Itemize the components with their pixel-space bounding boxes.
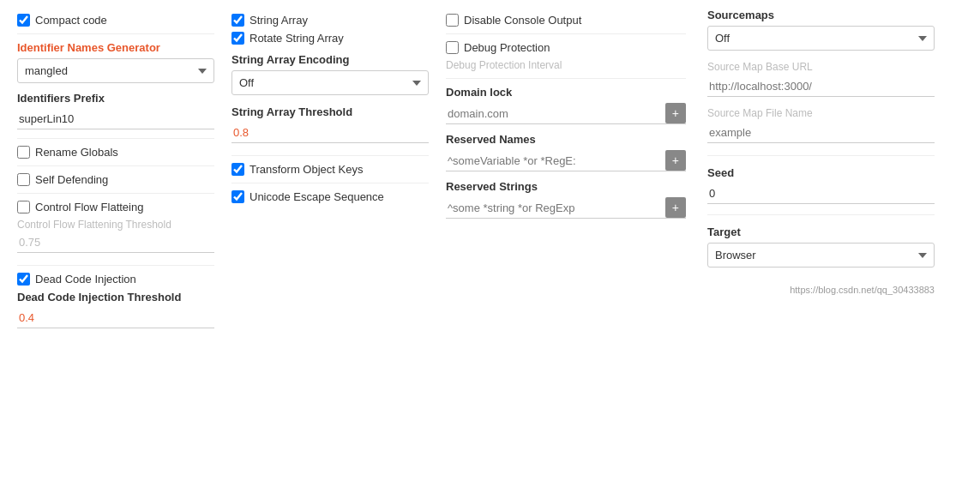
disable-console-row: Disable Console Output (446, 14, 686, 27)
control-flow-row: Control Flow Flatteing (17, 201, 214, 213)
self-defending-row: Self Defending (17, 173, 214, 186)
dead-code-checkbox[interactable] (17, 273, 30, 286)
debug-protection-interval-label: Debug Protection Interval (446, 59, 686, 71)
column-4: Sourcemaps Off Inline Separate Source Ma… (699, 9, 939, 328)
reserved-names-add-button[interactable]: + (665, 150, 686, 171)
rotate-string-array-checkbox[interactable] (231, 32, 244, 45)
domain-lock-label: Domain lock (446, 86, 686, 99)
debug-protection-checkbox[interactable] (446, 41, 459, 54)
domain-lock-row: + (446, 103, 686, 124)
rename-globals-checkbox[interactable] (17, 146, 30, 159)
sourcemaps-label: Sourcemaps (707, 9, 935, 21)
rename-globals-row: Rename Globals (17, 146, 214, 159)
self-defending-label[interactable]: Self Defending (35, 173, 108, 186)
reserved-names-label: Reserved Names (446, 133, 686, 146)
column-2: String Array Rotate String Array String … (227, 9, 433, 328)
dead-code-label[interactable]: Dead Code Injection (35, 273, 136, 286)
identifiers-prefix-label: Identifiers Prefix (17, 92, 214, 105)
self-defending-checkbox[interactable] (17, 173, 30, 186)
reserved-names-input[interactable] (446, 151, 665, 171)
reserved-names-row: + (446, 150, 686, 171)
string-array-threshold-label: String Array Threshold (231, 105, 429, 118)
transform-object-keys-row: Transform Object Keys (231, 163, 429, 176)
string-array-threshold-input[interactable] (231, 123, 429, 143)
compact-code-label[interactable]: Compact code (35, 14, 107, 27)
source-map-file-name-input[interactable] (707, 123, 935, 143)
control-flow-threshold-label: Control Flow Flattening Threshold (17, 219, 214, 231)
domain-lock-input[interactable] (446, 104, 665, 123)
source-map-base-url-label: Source Map Base URL (707, 61, 935, 73)
compact-code-checkbox[interactable] (17, 14, 30, 27)
unicode-escape-row: Unicode Escape Sequence (231, 190, 429, 203)
transform-object-keys-checkbox[interactable] (231, 163, 244, 176)
transform-object-keys-label[interactable]: Transform Object Keys (250, 163, 363, 176)
target-label: Target (707, 225, 935, 238)
identifier-names-generator-label: Identifier Names Generator (17, 41, 214, 54)
string-array-label[interactable]: String Array (250, 14, 308, 27)
debug-protection-label[interactable]: Debug Protection (464, 41, 550, 54)
unicode-escape-checkbox[interactable] (231, 190, 244, 203)
column-1: Compact code Identifier Names Generator … (13, 9, 219, 328)
reserved-strings-row: + (446, 197, 686, 219)
identifiers-prefix-input[interactable] (17, 109, 214, 129)
seed-label: Seed (707, 166, 935, 179)
control-flow-label[interactable]: Control Flow Flatteing (35, 201, 143, 213)
control-flow-threshold-input[interactable] (17, 232, 214, 253)
seed-input[interactable] (707, 183, 935, 204)
rotate-string-array-label[interactable]: Rotate String Array (250, 32, 344, 45)
string-array-encoding-select[interactable]: Off Base64 RC4 (231, 70, 429, 95)
domain-lock-add-button[interactable]: + (665, 103, 686, 123)
dead-code-threshold-label: Dead Code Injection Threshold (17, 291, 214, 304)
compact-code-row: Compact code (17, 14, 214, 27)
debug-protection-row: Debug Protection (446, 41, 686, 54)
rename-globals-label[interactable]: Rename Globals (35, 146, 118, 159)
disable-console-checkbox[interactable] (446, 14, 459, 27)
string-array-row: String Array (231, 14, 429, 27)
dead-code-threshold-input[interactable] (17, 308, 214, 328)
reserved-strings-label: Reserved Strings (446, 180, 686, 193)
source-map-file-name-label: Source Map File Name (707, 107, 935, 119)
string-array-encoding-label: String Array Encoding (231, 53, 429, 66)
footer-link: https://blog.csdn.net/qq_30433883 (707, 285, 935, 295)
sourcemaps-select[interactable]: Off Inline Separate (707, 26, 935, 51)
control-flow-checkbox[interactable] (17, 201, 30, 213)
identifier-names-select[interactable]: mangled hexadecimal dictionary (17, 58, 214, 83)
reserved-strings-input[interactable] (446, 198, 665, 218)
rotate-string-array-row: Rotate String Array (231, 32, 429, 45)
target-select[interactable]: Browser Browser No Eval Node (707, 243, 935, 268)
source-map-base-url-input[interactable] (707, 76, 935, 97)
unicode-escape-label[interactable]: Unicode Escape Sequence (250, 190, 384, 203)
reserved-strings-add-button[interactable]: + (665, 197, 686, 218)
disable-console-label[interactable]: Disable Console Output (464, 14, 581, 27)
dead-code-row: Dead Code Injection (17, 273, 214, 286)
column-3: Disable Console Output Debug Protection … (442, 9, 690, 328)
string-array-checkbox[interactable] (231, 14, 244, 27)
